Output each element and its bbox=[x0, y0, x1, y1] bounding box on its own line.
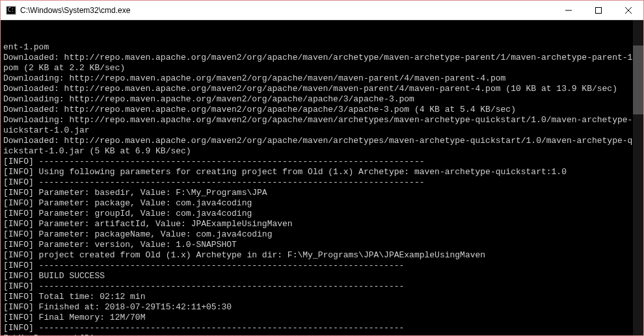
output-line: [INFO] ---------------------------------… bbox=[3, 157, 641, 167]
output-line: [INFO] project created from Old (1.x) Ar… bbox=[3, 250, 641, 261]
prompt-text: F:\My_Programs\JPA> bbox=[3, 333, 100, 335]
titlebar[interactable]: C: C:\Windows\System32\cmd.exe bbox=[1, 1, 643, 20]
output-line: Downloading: http://repo.maven.apache.or… bbox=[3, 115, 641, 136]
output-line: [INFO] Parameter: groupId, Value: com.ja… bbox=[3, 209, 641, 219]
output-line: [INFO] ---------------------------------… bbox=[3, 323, 641, 333]
output-line: [INFO] Parameter: package, Value: com.ja… bbox=[3, 198, 641, 209]
minimize-button[interactable] bbox=[554, 1, 584, 19]
output-line: Downloaded: http://repo.maven.apache.org… bbox=[3, 136, 641, 157]
cmd-window: C: C:\Windows\System32\cmd.exe ent-1.pom… bbox=[1, 1, 643, 335]
output-line: [INFO] Using following parameters for cr… bbox=[3, 167, 641, 177]
app-icon: C: bbox=[6, 5, 16, 16]
output-line: [INFO] BUILD SUCCESS bbox=[3, 271, 641, 281]
scrollbar-thumb[interactable] bbox=[633, 45, 643, 115]
output-line: [INFO] Parameter: packageName, Value: co… bbox=[3, 229, 641, 240]
output-line: Downloading: http://repo.maven.apache.or… bbox=[3, 94, 641, 105]
output-line: [INFO] Finished at: 2018-07-29T15:42:11+… bbox=[3, 302, 641, 313]
output-line: [INFO] Final Memory: 12M/70M bbox=[3, 313, 641, 323]
maximize-button[interactable] bbox=[584, 1, 613, 19]
terminal-output[interactable]: ent-1.pomDownloaded: http://repo.maven.a… bbox=[1, 20, 643, 335]
svg-text:C:: C: bbox=[8, 7, 14, 13]
output-line: Downloaded: http://repo.maven.apache.org… bbox=[3, 53, 641, 73]
scrollbar-track[interactable] bbox=[633, 20, 643, 335]
output-line: [INFO] Total time: 02:12 min bbox=[3, 292, 641, 302]
window-title: C:\Windows\System32\cmd.exe bbox=[20, 6, 554, 15]
output-line: Downloaded: http://repo.maven.apache.org… bbox=[3, 105, 641, 115]
output-line: [INFO] Parameter: version, Value: 1.0-SN… bbox=[3, 240, 641, 250]
svg-rect-3 bbox=[596, 7, 602, 13]
output-line: Downloading: http://repo.maven.apache.or… bbox=[3, 73, 641, 84]
output-line: Downloaded: http://repo.maven.apache.org… bbox=[3, 84, 641, 94]
prompt-line[interactable]: F:\My_Programs\JPA> bbox=[3, 333, 641, 335]
output-line: [INFO] ---------------------------------… bbox=[3, 281, 641, 292]
window-controls bbox=[554, 1, 643, 19]
output-line: [INFO] ---------------------------------… bbox=[3, 261, 641, 271]
close-button[interactable] bbox=[613, 1, 643, 19]
output-line: ent-1.pom bbox=[3, 42, 641, 53]
output-line: [INFO] Parameter: artifactId, Value: JPA… bbox=[3, 219, 641, 229]
output-line: [INFO] Parameter: basedir, Value: F:\My_… bbox=[3, 188, 641, 198]
output-line: [INFO] ---------------------------------… bbox=[3, 177, 641, 188]
